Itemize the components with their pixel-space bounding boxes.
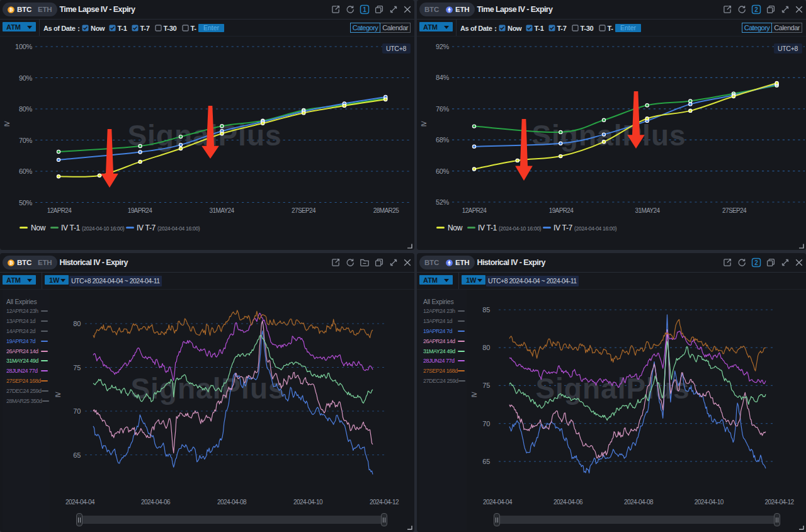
svg-text:31MAY24: 31MAY24 (210, 207, 235, 214)
svg-text:65: 65 (73, 451, 81, 459)
svg-text:UTC+8: UTC+8 (386, 45, 407, 52)
svg-text:IV: IV (421, 121, 428, 127)
svg-text:75: 75 (73, 364, 81, 371)
svg-text:19APR24: 19APR24 (128, 207, 153, 214)
svg-text:IV T-1: IV T-1 (61, 224, 81, 232)
svg-text:80: 80 (73, 320, 81, 327)
svg-text:65: 65 (482, 458, 490, 465)
svg-text:19APR24: 19APR24 (549, 207, 574, 214)
svg-text:27SEP24: 27SEP24 (722, 207, 747, 214)
svg-text:2: 2 (754, 259, 758, 266)
svg-text:84%: 84% (436, 74, 450, 81)
svg-text:85: 85 (482, 306, 490, 314)
svg-text:70: 70 (482, 420, 490, 427)
svg-text:Now: Now (31, 224, 46, 232)
svg-text:75: 75 (482, 382, 490, 389)
svg-text:SignalPlus: SignalPlus (531, 119, 686, 152)
svg-text:2024-04-10: 2024-04-10 (293, 499, 323, 506)
svg-text:2024-04-06: 2024-04-06 (141, 499, 171, 506)
svg-text:UTC+8: UTC+8 (778, 45, 798, 52)
svg-text:28MAR25: 28MAR25 (373, 207, 399, 214)
svg-text:2024-04-08: 2024-04-08 (217, 499, 247, 506)
svg-text:60%: 60% (436, 167, 450, 175)
svg-text:(2024-04-10 16:00): (2024-04-10 16:00) (499, 225, 542, 232)
svg-text:70: 70 (73, 407, 81, 415)
svg-text:IV T-7: IV T-7 (553, 224, 573, 232)
svg-text:50%: 50% (19, 199, 33, 207)
svg-text:IV: IV (55, 392, 62, 397)
svg-text:IV T-1: IV T-1 (478, 224, 497, 232)
svg-text:31MAY24: 31MAY24 (635, 207, 661, 214)
svg-text:2024-04-12: 2024-04-12 (370, 499, 399, 506)
svg-text:(2024-04-04 16:00): (2024-04-04 16:00) (574, 225, 617, 232)
svg-text:92%: 92% (436, 43, 450, 50)
svg-text:12APR24: 12APR24 (47, 207, 72, 214)
svg-text:SignalPlus: SignalPlus (535, 372, 690, 405)
svg-text:60%: 60% (19, 167, 33, 175)
svg-text:68%: 68% (436, 136, 450, 144)
svg-text:2024-04-12: 2024-04-12 (764, 499, 794, 506)
svg-text:(2024-04-10 16:00): (2024-04-10 16:00) (82, 225, 125, 232)
svg-text:Now: Now (448, 224, 463, 232)
svg-text:2024-04-06: 2024-04-06 (553, 499, 583, 506)
svg-text:IV T-7: IV T-7 (137, 224, 156, 232)
svg-text:(2024-04-04 16:00): (2024-04-04 16:00) (157, 225, 200, 232)
svg-text:70%: 70% (19, 137, 33, 144)
svg-text:2024-04-04: 2024-04-04 (65, 499, 95, 506)
svg-text:IV: IV (471, 392, 478, 397)
svg-text:76%: 76% (436, 105, 450, 113)
svg-text:80%: 80% (19, 105, 33, 113)
svg-text:2024-04-04: 2024-04-04 (483, 499, 513, 506)
svg-text:12APR24: 12APR24 (462, 207, 487, 214)
svg-text:100%: 100% (15, 43, 32, 50)
svg-text:₿: ₿ (9, 260, 13, 266)
svg-text:2024-04-10: 2024-04-10 (695, 499, 724, 506)
svg-text:27SEP24: 27SEP24 (292, 207, 316, 214)
svg-text:IV: IV (4, 121, 11, 127)
svg-text:90%: 90% (19, 74, 33, 82)
svg-text:SignalPlus: SignalPlus (130, 372, 285, 405)
svg-text:2024-04-08: 2024-04-08 (624, 499, 654, 506)
svg-text:52%: 52% (436, 198, 450, 206)
svg-text:80: 80 (482, 344, 490, 351)
